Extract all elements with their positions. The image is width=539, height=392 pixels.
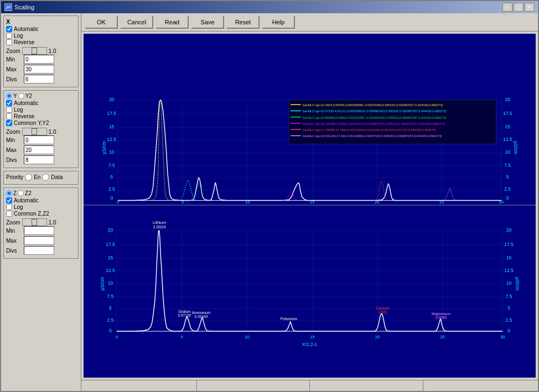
y-zoom-value: 1.0 bbox=[49, 129, 56, 135]
x-divs-row: Divs bbox=[6, 75, 76, 83]
y-reverse-label: Reverse bbox=[14, 113, 34, 119]
z-zoom-label: Zoom bbox=[6, 219, 20, 226]
title-bar-controls: ─ □ ✕ bbox=[502, 3, 535, 12]
y-min-label: Min bbox=[6, 137, 22, 143]
x-divs-label: Divs bbox=[6, 76, 22, 82]
x-divs-input[interactable] bbox=[24, 75, 54, 83]
y-common-label: Common Y,Y2 bbox=[14, 120, 49, 126]
z-section: Z Z2 Automatic Log Common Z,Z2 Zoo bbox=[3, 187, 79, 259]
x-zoom-label: Zoom bbox=[6, 48, 20, 54]
priority-data-radio[interactable] bbox=[42, 174, 49, 181]
svg-text:10: 10 bbox=[506, 280, 512, 286]
y-divs-input[interactable] bbox=[24, 155, 54, 164]
x-automatic-row: Automatic bbox=[6, 26, 76, 32]
x-max-input[interactable] bbox=[24, 65, 54, 74]
svg-text:17.5: 17.5 bbox=[504, 242, 514, 247]
svg-text:20: 20 bbox=[108, 227, 113, 233]
y-log-checkbox[interactable] bbox=[6, 107, 12, 113]
x-reverse-row: Reverse bbox=[6, 39, 76, 45]
z-max-input[interactable] bbox=[24, 236, 54, 245]
z2-radio-label: Z2 bbox=[25, 190, 32, 196]
svg-text:5: 5 bbox=[110, 174, 113, 180]
svg-text:5: 5 bbox=[507, 305, 510, 311]
priority-section: Priority En Data bbox=[3, 171, 79, 185]
y-section: Y Y2 Automatic Log Reverse bbox=[3, 90, 79, 168]
x-min-input[interactable] bbox=[24, 55, 54, 64]
svg-text:2.5: 2.5 bbox=[506, 317, 512, 323]
x-zoom-row: Zoom 1.0 bbox=[6, 47, 76, 55]
z-min-input[interactable] bbox=[24, 226, 54, 235]
cancel-button[interactable]: Cancel bbox=[120, 15, 153, 29]
y-divs-label: Divs bbox=[6, 157, 22, 163]
z-log-label: Log bbox=[14, 204, 23, 210]
svg-text:5: 5 bbox=[109, 305, 112, 311]
svg-text:30: 30 bbox=[500, 334, 505, 339]
y-automatic-row: Automatic bbox=[6, 100, 76, 106]
read-button[interactable]: Read bbox=[156, 15, 189, 29]
z-log-row: Log bbox=[6, 204, 76, 210]
save-button[interactable]: Save bbox=[191, 15, 224, 29]
z-log-checkbox[interactable] bbox=[6, 204, 12, 210]
z-zoom-slider[interactable] bbox=[22, 218, 47, 226]
svg-text:GenNLC<ge>(0.031149,27.491,0.0: GenNLC<ge>(0.031149,27.491,0.00142966,0.… bbox=[302, 134, 442, 138]
z-zoom-row: Zoom 1.0 bbox=[6, 218, 76, 226]
y-zoom-label: Zoom bbox=[6, 129, 20, 135]
svg-text:12.5: 12.5 bbox=[106, 268, 115, 273]
z-common-row: Common Z,Z2 bbox=[6, 211, 76, 217]
y-radio[interactable] bbox=[6, 93, 12, 99]
y-automatic-label: Automatic bbox=[14, 100, 38, 106]
reset-button[interactable]: Reset bbox=[226, 15, 260, 29]
ok-button[interactable]: OK bbox=[85, 15, 118, 29]
y-min-input[interactable] bbox=[24, 135, 54, 144]
z-radio[interactable] bbox=[6, 190, 12, 196]
svg-text:Potassium: Potassium bbox=[280, 317, 297, 321]
x-reverse-checkbox[interactable] bbox=[6, 39, 12, 45]
svg-text:7.5: 7.5 bbox=[108, 163, 115, 168]
x-zoom-slider[interactable] bbox=[22, 47, 47, 55]
svg-text:12.5: 12.5 bbox=[503, 137, 512, 142]
z-automatic-checkbox[interactable] bbox=[6, 197, 12, 203]
close-button[interactable]: ✕ bbox=[525, 3, 535, 12]
z-common-checkbox[interactable] bbox=[6, 211, 12, 217]
y-zoom-slider[interactable] bbox=[22, 128, 47, 135]
x-log-checkbox[interactable] bbox=[6, 33, 12, 39]
svg-text:7.5: 7.5 bbox=[107, 294, 114, 299]
y-common-row: Common Y,Y2 bbox=[6, 120, 76, 126]
x-automatic-checkbox[interactable] bbox=[6, 26, 12, 32]
y-radio-label: Y bbox=[13, 93, 17, 99]
z-automatic-label: Automatic bbox=[14, 197, 38, 203]
svg-text:2.0024: 2.0024 bbox=[153, 224, 166, 229]
svg-text:GenNLC<ge>(0.660695,5.8962,0.0: GenNLC<ge>(0.660695,5.8962,0.000313351,-… bbox=[302, 116, 446, 119]
x-min-label: Min bbox=[6, 56, 22, 62]
z2-radio[interactable] bbox=[18, 190, 24, 196]
maximize-button[interactable]: □ bbox=[514, 3, 524, 12]
svg-text:10: 10 bbox=[245, 334, 249, 339]
svg-text:12.5: 12.5 bbox=[107, 137, 117, 142]
y2-radio[interactable] bbox=[18, 93, 24, 99]
y-common-checkbox[interactable] bbox=[6, 120, 12, 126]
status-bar bbox=[81, 380, 538, 391]
svg-text:0.4085: 0.4085 bbox=[436, 316, 447, 320]
z-min-row: Min bbox=[6, 226, 76, 235]
toolbar: OK Cancel Read Save Reset Help bbox=[81, 13, 538, 32]
svg-text:GenNLC<ge>(-1.08355,21.7063,0.: GenNLC<ge>(-1.08355,21.7063,0.00119193,0… bbox=[302, 128, 436, 132]
svg-text:GenNLC<ge>(0.304495,9.3304,0.0: GenNLC<ge>(0.304495,9.3304,0.000148176,0… bbox=[302, 122, 445, 126]
help-button[interactable]: Help bbox=[262, 15, 295, 29]
svg-text:17.5: 17.5 bbox=[503, 111, 512, 116]
priority-en-radio[interactable] bbox=[25, 174, 32, 181]
y-max-input[interactable] bbox=[24, 145, 54, 154]
z-divs-input[interactable] bbox=[24, 246, 54, 255]
priority-data-label: Data bbox=[51, 174, 63, 180]
y-reverse-checkbox[interactable] bbox=[6, 113, 12, 119]
content-area: X Automatic Log Reverse Zoom 1.0 bbox=[1, 13, 538, 391]
svg-text:15: 15 bbox=[506, 255, 512, 260]
svg-text:0: 0 bbox=[506, 195, 509, 201]
svg-text:0.30449: 0.30449 bbox=[195, 315, 208, 318]
y-automatic-checkbox[interactable] bbox=[6, 100, 12, 106]
svg-text:15: 15 bbox=[109, 124, 115, 129]
x-log-row: Log bbox=[6, 33, 76, 39]
minimize-button[interactable]: ─ bbox=[502, 3, 512, 12]
svg-text:µS/cm: µS/cm bbox=[513, 141, 519, 154]
chart-bottom: 20 17.5 15 12.5 10 7.5 5 2.5 0 µS/cm 20 … bbox=[84, 206, 536, 378]
svg-text:0: 0 bbox=[109, 328, 112, 333]
